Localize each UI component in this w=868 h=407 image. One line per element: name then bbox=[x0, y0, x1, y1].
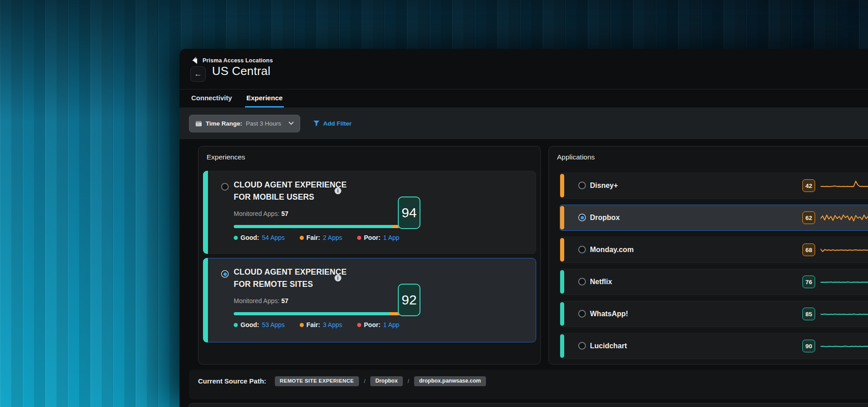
app-name: Monday.com bbox=[590, 237, 634, 262]
source-path-segment-domain: dropbox.panwsase.com bbox=[414, 376, 486, 386]
fair-dot-icon bbox=[300, 236, 304, 240]
app-row-whatsapp[interactable]: WhatsApp! 85 bbox=[560, 301, 868, 327]
row-accent-bar bbox=[560, 238, 564, 262]
poor-dot-icon bbox=[357, 236, 361, 240]
app-row-dropbox[interactable]: Dropbox 62 bbox=[560, 205, 868, 231]
app-row-monday[interactable]: Monday.com 68 bbox=[560, 237, 868, 263]
legend-poor: Poor:1 App bbox=[357, 321, 399, 328]
app-score-badge: 90 bbox=[802, 340, 815, 352]
app-score-badge: 76 bbox=[802, 276, 815, 288]
back-button[interactable]: ← bbox=[190, 66, 206, 82]
trend-sparkline bbox=[821, 211, 868, 225]
monitored-apps: Monitored Apps:57 bbox=[234, 210, 288, 217]
row-accent-bar bbox=[560, 334, 564, 358]
row-accent-bar bbox=[560, 270, 564, 294]
experiences-panel-title: Experiences bbox=[207, 153, 245, 161]
app-radio[interactable] bbox=[578, 278, 586, 285]
app-radio[interactable] bbox=[578, 246, 586, 253]
add-filter-button[interactable]: Add Filter bbox=[313, 120, 352, 127]
experience-card-mobile-users[interactable]: CLOUD AGENT EXPERIENCE FOR MOBILE USERS … bbox=[203, 171, 536, 254]
experience-radio[interactable] bbox=[221, 183, 229, 191]
applications-list: Disney+ 42 Dropbox 62 Monday.com 68 bbox=[549, 173, 868, 365]
app-row-disney[interactable]: Disney+ 42 bbox=[560, 173, 868, 199]
chevron-down-icon bbox=[288, 122, 294, 125]
source-path-segment-app: Dropbox bbox=[370, 376, 402, 386]
source-path-segment-experience: REMOTE SITE EXPERIENCE bbox=[275, 376, 359, 386]
desktop-background: { "colors": { "teal": "#35d3b7", "orange… bbox=[0, 0, 868, 407]
tab-experience[interactable]: Experience bbox=[245, 89, 284, 108]
time-range-value: Past 3 Hours bbox=[246, 120, 281, 127]
app-score-badge: 85 bbox=[802, 308, 815, 320]
app-score-badge: 62 bbox=[802, 211, 815, 224]
path-separator: / bbox=[408, 376, 409, 386]
experience-title: CLOUD AGENT EXPERIENCE FOR MOBILE USERS bbox=[234, 179, 363, 203]
app-row-lucidchart[interactable]: Lucidchart 90 bbox=[560, 333, 868, 359]
filter-bar: Time Range: Past 3 Hours Add Filter bbox=[179, 108, 868, 139]
legend-good: Good:54 Apps bbox=[234, 234, 285, 241]
app-quality-bar bbox=[234, 225, 401, 228]
app-row-netflix[interactable]: Netflix 76 bbox=[560, 269, 868, 295]
legend-poor: Poor:1 App bbox=[357, 234, 399, 241]
fair-dot-icon bbox=[300, 323, 304, 327]
quality-legend: Good:53 Apps Fair:3 Apps Poor:1 App bbox=[234, 321, 399, 328]
time-range-dropdown[interactable]: Time Range: Past 3 Hours bbox=[189, 115, 300, 132]
experience-score-badge: 92 bbox=[398, 284, 420, 316]
quality-legend: Good:54 Apps Fair:2 Apps Poor:1 App bbox=[234, 234, 399, 241]
app-radio[interactable] bbox=[578, 342, 586, 350]
app-name: WhatsApp! bbox=[590, 301, 628, 327]
trend-sparkline bbox=[821, 243, 868, 257]
page-title: US Central bbox=[212, 64, 270, 78]
row-accent-bar bbox=[560, 302, 564, 326]
bar-fair-segment bbox=[390, 312, 399, 315]
experience-card-remote-sites[interactable]: CLOUD AGENT EXPERIENCE FOR REMOTE SITES … bbox=[203, 258, 536, 342]
tab-connectivity[interactable]: Connectivity bbox=[190, 89, 233, 108]
source-path-label: Current Source Path: bbox=[198, 376, 266, 386]
info-icon[interactable] bbox=[335, 275, 341, 281]
experience-title: CLOUD AGENT EXPERIENCE FOR REMOTE SITES bbox=[234, 266, 363, 290]
app-name: Netflix bbox=[590, 269, 612, 295]
path-separator: / bbox=[364, 376, 365, 386]
poor-dot-icon bbox=[357, 323, 361, 327]
row-accent-bar bbox=[560, 174, 564, 197]
applications-panel: Applications Disney+ 42 Dropbox 62 Monda… bbox=[548, 146, 868, 365]
add-filter-label: Add Filter bbox=[323, 120, 352, 127]
time-range-label: Time Range: bbox=[206, 120, 242, 127]
trend-sparkline bbox=[821, 307, 868, 322]
funnel-icon bbox=[313, 120, 320, 126]
applications-panel-title: Applications bbox=[557, 153, 595, 161]
legend-fair: Fair:3 Apps bbox=[300, 321, 342, 328]
calendar-icon bbox=[195, 120, 202, 127]
prisma-logo-icon bbox=[191, 56, 198, 64]
experiences-panel: Experiences CLOUD AGENT EXPERIENCE FOR M… bbox=[198, 146, 541, 365]
app-name: Disney+ bbox=[590, 173, 618, 198]
experience-score-badge: 94 bbox=[398, 196, 420, 229]
bar-good-segment bbox=[234, 312, 390, 315]
app-label: Prisma Access Locations bbox=[203, 57, 273, 64]
app-radio[interactable] bbox=[578, 310, 586, 318]
legend-good: Good:53 Apps bbox=[234, 321, 285, 328]
app-radio[interactable] bbox=[578, 182, 586, 189]
card-accent-bar bbox=[203, 258, 208, 342]
app-radio[interactable] bbox=[578, 214, 586, 221]
app-name: Dropbox bbox=[590, 205, 620, 230]
experience-radio[interactable] bbox=[221, 270, 229, 278]
trend-sparkline bbox=[821, 339, 868, 354]
tab-bar: Connectivity Experience bbox=[179, 89, 868, 108]
next-section-panel-edge bbox=[189, 403, 868, 407]
app-score-badge: 68 bbox=[802, 243, 815, 256]
app-brand: Prisma Access Locations bbox=[191, 56, 273, 64]
good-dot-icon bbox=[234, 236, 238, 240]
back-arrow-icon: ← bbox=[194, 70, 202, 79]
app-quality-bar bbox=[234, 312, 401, 315]
trend-sparkline bbox=[821, 275, 868, 290]
source-path-bar: Current Source Path: REMOTE SITE EXPERIE… bbox=[189, 370, 868, 399]
monitored-apps: Monitored Apps:57 bbox=[234, 297, 288, 304]
good-dot-icon bbox=[234, 323, 238, 327]
row-accent-bar bbox=[560, 206, 564, 229]
trend-sparkline bbox=[821, 179, 868, 193]
app-name: Lucidchart bbox=[590, 333, 627, 359]
app-window: Prisma Access Locations ← US Central Con… bbox=[179, 49, 868, 407]
legend-fair: Fair:2 Apps bbox=[300, 234, 342, 241]
app-score-badge: 42 bbox=[802, 179, 815, 192]
info-icon[interactable] bbox=[335, 187, 341, 194]
